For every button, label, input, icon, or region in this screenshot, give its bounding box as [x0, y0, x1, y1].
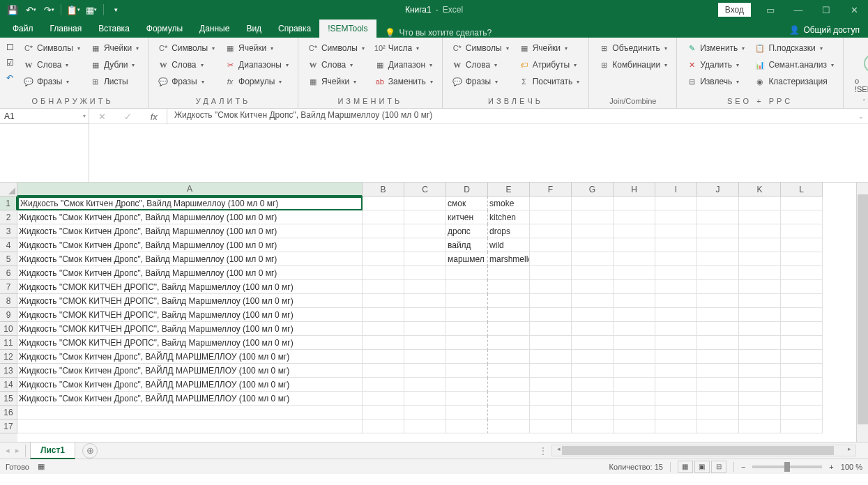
cell[interactable]	[404, 364, 446, 378]
change-symbols-button[interactable]: С*Символы▾	[304, 40, 368, 56]
extract-attrs-button[interactable]: 🏷Атрибуты▾	[515, 57, 584, 72]
cell[interactable]	[739, 350, 781, 364]
cell[interactable]	[781, 419, 823, 433]
cell[interactable]	[363, 392, 404, 406]
cell[interactable]	[404, 210, 446, 224]
cell[interactable]	[572, 392, 614, 406]
checkbox-checked-icon[interactable]: ☑	[3, 56, 17, 70]
column-header[interactable]: J	[697, 183, 739, 197]
cell[interactable]: wild	[488, 238, 530, 252]
delete-phrases-button[interactable]: 💬Фразы▾	[154, 74, 218, 89]
cell[interactable]: Жидкость "Смок Китчен Дропс", Вайлд Марш…	[17, 197, 363, 210]
cell[interactable]	[655, 210, 697, 224]
extract-cells-button[interactable]: ▦Ячейки▾	[515, 40, 584, 56]
cell[interactable]	[572, 252, 614, 266]
cell[interactable]	[572, 322, 614, 336]
cell[interactable]	[530, 364, 572, 378]
cell[interactable]	[697, 336, 739, 350]
cell[interactable]	[781, 406, 823, 419]
page-break-view-button[interactable]: ⊟	[711, 461, 726, 473]
cell[interactable]	[530, 266, 572, 280]
cell[interactable]	[446, 280, 488, 294]
cell[interactable]	[781, 364, 823, 378]
cell[interactable]	[614, 419, 655, 433]
cell[interactable]	[488, 350, 530, 364]
cell[interactable]	[530, 197, 572, 210]
cell[interactable]	[614, 406, 655, 419]
cell[interactable]	[404, 252, 446, 266]
scrollbar-thumb[interactable]	[858, 194, 868, 424]
tab-semtools[interactable]: !SEMTools	[319, 20, 376, 38]
cell[interactable]	[363, 419, 404, 433]
cell[interactable]	[404, 419, 446, 433]
zoom-in-button[interactable]: +	[829, 463, 833, 471]
cell[interactable]	[614, 350, 655, 364]
seo-delete-button[interactable]: ✕Удалить▾	[683, 57, 748, 72]
cell[interactable]	[488, 336, 530, 350]
zoom-out-button[interactable]: −	[741, 463, 745, 471]
seo-change-button[interactable]: ✎Изменить▾	[683, 40, 748, 56]
cell[interactable]: Жидкость "Смок Китчен Дропс", Вайлд Марш…	[17, 252, 363, 266]
cell[interactable]	[530, 210, 572, 224]
cell[interactable]	[530, 238, 572, 252]
cell[interactable]	[739, 322, 781, 336]
cell[interactable]	[363, 280, 404, 294]
cell[interactable]	[572, 406, 614, 419]
cell[interactable]	[530, 280, 572, 294]
row-header[interactable]: 7	[0, 280, 17, 294]
cell[interactable]	[446, 322, 488, 336]
undo-button[interactable]: ↶▾	[22, 2, 39, 17]
cell[interactable]	[697, 280, 739, 294]
row-header[interactable]: 6	[0, 266, 17, 280]
cell[interactable]	[446, 308, 488, 322]
detect-words-button[interactable]: WСлова▾	[20, 57, 84, 72]
column-header[interactable]: L	[781, 183, 823, 197]
cell[interactable]: Жидкость "Смок Китчен Дропс", ВАЙЛД МАРШ…	[17, 378, 363, 392]
cell[interactable]	[781, 238, 823, 252]
cell[interactable]	[781, 322, 823, 336]
zoom-level[interactable]: 100 %	[841, 463, 862, 471]
cell[interactable]: Жидкость "Смок Китчен Дропс", Вайлд Марш…	[17, 238, 363, 252]
cell[interactable]	[363, 308, 404, 322]
detect-phrases-button[interactable]: 💬Фразы▾	[20, 74, 84, 89]
cell[interactable]	[781, 197, 823, 210]
cell[interactable]	[697, 378, 739, 392]
row-header[interactable]: 5	[0, 252, 17, 266]
cell[interactable]	[488, 308, 530, 322]
cell[interactable]	[363, 224, 404, 238]
cell[interactable]	[781, 392, 823, 406]
cells-area[interactable]: Жидкость "Смок Китчен Дропс", Вайлд Марш…	[17, 197, 823, 442]
row-header[interactable]: 17	[0, 419, 17, 433]
column-header[interactable]: D	[446, 183, 488, 197]
cell[interactable]: Жидкость "СМОК КИТЧЕН ДРОПС", Вайлд Марш…	[17, 308, 363, 322]
cell[interactable]	[614, 238, 655, 252]
cell[interactable]	[655, 197, 697, 210]
cell[interactable]	[17, 419, 363, 433]
chevron-down-icon[interactable]: ▾	[83, 113, 86, 119]
cell[interactable]: Жидкость "СМОК КИТЧЕН ДРОПС", Вайлд Марш…	[17, 280, 363, 294]
row-header[interactable]: 9	[0, 308, 17, 322]
row-header[interactable]: 16	[0, 406, 17, 419]
column-header[interactable]: B	[363, 183, 404, 197]
cell[interactable]	[404, 378, 446, 392]
cell[interactable]	[697, 224, 739, 238]
column-header[interactable]: F	[530, 183, 572, 197]
cell[interactable]: marshmellow	[488, 252, 530, 266]
cell[interactable]	[363, 238, 404, 252]
cell[interactable]	[697, 308, 739, 322]
cell[interactable]	[614, 224, 655, 238]
cell[interactable]	[572, 350, 614, 364]
cell[interactable]: Жидкость "Смок Китчен Дропс", ВАЙЛД МАРШ…	[17, 392, 363, 406]
cell[interactable]	[446, 350, 488, 364]
save-button[interactable]: 💾	[4, 2, 21, 17]
cell[interactable]	[363, 350, 404, 364]
cell[interactable]	[655, 392, 697, 406]
cell[interactable]: китчен	[446, 210, 488, 224]
cell[interactable]	[446, 266, 488, 280]
cell[interactable]	[739, 280, 781, 294]
row-header[interactable]: 4	[0, 238, 17, 252]
cell[interactable]	[614, 378, 655, 392]
add-sheet-button[interactable]: ⊕	[82, 443, 98, 459]
qat-customize[interactable]: ▾	[107, 2, 124, 17]
cell[interactable]	[655, 308, 697, 322]
